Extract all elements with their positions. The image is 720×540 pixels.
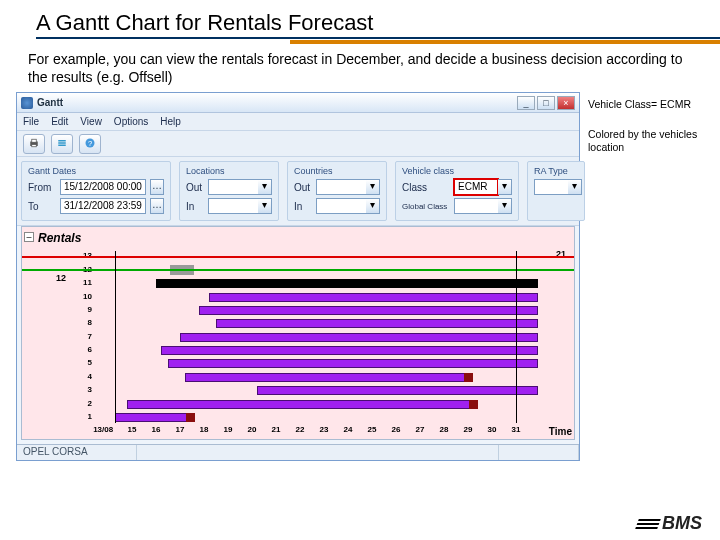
options-icon <box>56 137 68 151</box>
cty-in-field[interactable] <box>316 198 366 214</box>
x-axis: 13/081516171819202122232425262728293031 <box>96 425 540 437</box>
x-tick: 13/08 <box>93 425 113 434</box>
y-tick: 2 <box>88 399 92 408</box>
help-button[interactable]: ? <box>79 134 101 154</box>
cty-in-label: In <box>294 201 312 212</box>
menu-help[interactable]: Help <box>160 116 181 127</box>
menu-view[interactable]: View <box>80 116 102 127</box>
panel-ratype-label: RA Type <box>534 166 578 176</box>
gantt-bars <box>96 251 540 423</box>
to-label: To <box>28 201 56 212</box>
to-field[interactable]: 31/12/2008 23:59 <box>60 198 146 214</box>
gantt-bar[interactable] <box>185 373 468 382</box>
loc-out-dropdown[interactable]: ▾ <box>258 179 272 195</box>
svg-rect-2 <box>32 144 37 146</box>
chevron-down-icon: ▾ <box>572 180 577 191</box>
panel-countries-label: Countries <box>294 166 380 176</box>
y-tick: 1 <box>88 412 92 421</box>
gantt-bar[interactable] <box>257 386 538 395</box>
logo-text: BMS <box>662 513 702 534</box>
cty-out-label: Out <box>294 182 312 193</box>
slide-subtitle: For example, you can view the rentals fo… <box>0 44 720 92</box>
cty-in-dropdown[interactable]: ▾ <box>366 198 380 214</box>
loc-in-label: In <box>186 201 204 212</box>
class-dropdown[interactable]: ▾ <box>498 179 512 195</box>
y-tick: 8 <box>88 318 92 327</box>
gantt-bar[interactable] <box>199 306 537 315</box>
gantt-bar[interactable] <box>115 413 189 422</box>
x-tick: 15 <box>128 425 137 434</box>
gantt-chart[interactable]: – Rentals 21 12 13121110987654321 13/081… <box>21 226 575 440</box>
panel-ra-type: RA Type ▾ <box>527 161 585 221</box>
from-label: From <box>28 182 56 193</box>
loc-in-dropdown[interactable]: ▾ <box>258 198 272 214</box>
ratype-dropdown[interactable]: ▾ <box>568 179 582 195</box>
from-picker-button[interactable]: … <box>150 179 164 195</box>
x-tick: 25 <box>368 425 377 434</box>
cty-out-field[interactable] <box>316 179 366 195</box>
gantt-bar[interactable] <box>161 346 538 355</box>
x-tick: 18 <box>200 425 209 434</box>
class-field[interactable]: ECMR <box>454 179 498 195</box>
callout-vehicle-class: Vehicle Class= ECMR <box>588 98 708 111</box>
close-button[interactable]: × <box>557 96 575 110</box>
chart-title: Rentals <box>38 231 81 245</box>
cty-out-dropdown[interactable]: ▾ <box>366 179 380 195</box>
menu-edit[interactable]: Edit <box>51 116 68 127</box>
gantt-bar[interactable] <box>209 293 538 302</box>
svg-rect-1 <box>32 139 37 142</box>
titlebar[interactable]: Gantt _ □ × <box>17 93 579 113</box>
x-tick: 22 <box>296 425 305 434</box>
print-button[interactable] <box>23 134 45 154</box>
window-title: Gantt <box>37 97 517 108</box>
chevron-down-icon: ▾ <box>262 180 267 191</box>
maximize-button[interactable]: □ <box>537 96 555 110</box>
options-button[interactable] <box>51 134 73 154</box>
panel-vehicle-class: Vehicle class ClassECMR▾ Global Class▾ <box>395 161 519 221</box>
chevron-down-icon: ▾ <box>370 199 375 210</box>
gantt-bar[interactable] <box>168 359 538 368</box>
y-axis: 13121110987654321 <box>74 251 94 423</box>
loc-out-field[interactable] <box>208 179 258 195</box>
menu-options[interactable]: Options <box>114 116 148 127</box>
svg-rect-5 <box>58 144 66 146</box>
svg-rect-3 <box>58 140 66 142</box>
chevron-down-icon: ▾ <box>502 199 507 210</box>
menu-file[interactable]: File <box>23 116 39 127</box>
x-tick: 20 <box>248 425 257 434</box>
left-tick-12: 12 <box>56 273 66 283</box>
x-tick: 19 <box>224 425 233 434</box>
from-field[interactable]: 15/12/2008 00:00 <box>60 179 146 195</box>
gantt-app-window: Gantt _ □ × File Edit View Options Help … <box>16 92 580 461</box>
x-tick: 27 <box>416 425 425 434</box>
status-cell-2 <box>137 445 499 460</box>
gantt-bar[interactable] <box>156 279 538 288</box>
global-class-dropdown[interactable]: ▾ <box>498 198 512 214</box>
panel-vclass-label: Vehicle class <box>402 166 512 176</box>
loc-out-label: Out <box>186 182 204 193</box>
filter-ribbon: Gantt Dates From 15/12/2008 00:00 … To 3… <box>17 157 579 226</box>
minimize-button[interactable]: _ <box>517 96 535 110</box>
y-tick: 7 <box>88 332 92 341</box>
loc-in-field[interactable] <box>208 198 258 214</box>
callout-color-legend: Colored by the vehicles location <box>588 128 708 154</box>
panel-locations-label: Locations <box>186 166 272 176</box>
x-tick: 23 <box>320 425 329 434</box>
gantt-bar[interactable] <box>180 333 538 342</box>
x-tick: 31 <box>512 425 521 434</box>
green-baseline <box>22 269 574 271</box>
chevron-down-icon: ▾ <box>502 180 507 191</box>
gantt-bar[interactable] <box>127 400 473 409</box>
x-tick: 26 <box>392 425 401 434</box>
to-picker-button[interactable]: … <box>150 198 164 214</box>
gantt-bar[interactable] <box>216 319 538 328</box>
global-class-field[interactable] <box>454 198 498 214</box>
chevron-down-icon: ▾ <box>370 180 375 191</box>
x-tick: 16 <box>152 425 161 434</box>
svg-text:?: ? <box>88 139 92 148</box>
ratype-field[interactable] <box>534 179 568 195</box>
panel-countries: Countries Out▾ In▾ <box>287 161 387 221</box>
collapse-toggle[interactable]: – <box>24 232 34 242</box>
bar-end-marker <box>186 413 195 422</box>
title-rule-blue <box>36 37 720 39</box>
